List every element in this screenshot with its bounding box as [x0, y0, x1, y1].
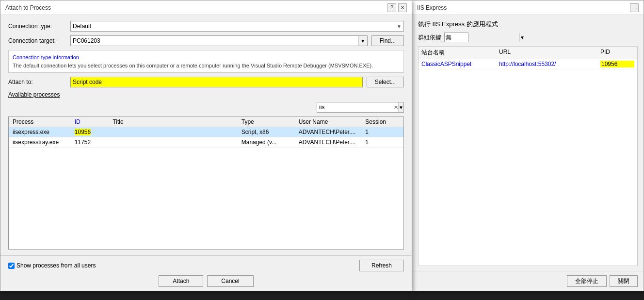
dialog-body: Connection type: Default ▼ Connection ta… [0, 15, 412, 255]
cell-session: 1 [363, 138, 402, 146]
connection-target-label: Connection target: [8, 37, 66, 44]
action-buttons-row: Attach Cancel [8, 275, 404, 287]
group-label: 群組依據 [418, 33, 441, 42]
iis-col-name: 站台名稱 [421, 49, 499, 57]
connection-type-value: Default [73, 23, 91, 30]
iis-titlebar: IIS Express — [412, 0, 644, 15]
table-row[interactable]: iisexpresstray.exe 11752 Managed (v... A… [9, 137, 403, 148]
table-header: Process ID Title Type User Name Session [9, 117, 403, 127]
filter-row: ✕ ▼ [8, 102, 404, 113]
iis-body: 執行 IIS Express 的應用程式 群組依據 ▼ 站台名稱 URL PID… [412, 15, 644, 271]
iis-panel: IIS Express — 執行 IIS Express 的應用程式 群組依據 … [412, 0, 644, 291]
connection-target-input[interactable] [71, 37, 358, 44]
show-processes-label: Show processes from all users [16, 262, 96, 269]
info-box: Connection type information The default … [8, 50, 404, 73]
right-section: IIS Express — 執行 IIS Express 的應用程式 群組依據 … [412, 0, 644, 291]
iis-title: IIS Express [417, 4, 447, 11]
iis-heading: 執行 IIS Express 的應用程式 [418, 20, 638, 29]
table-row[interactable]: iisexpress.exe 10956 Script, x86 ADVANTE… [9, 127, 403, 137]
show-processes-row: Show processes from all users Refresh [8, 260, 404, 271]
cell-user: ADVANTECH\Peter.... [297, 128, 364, 136]
close-button[interactable]: ✕ [398, 3, 407, 12]
dialog-title: Attach to Process [5, 4, 51, 11]
find-button[interactable]: Find... [371, 35, 404, 46]
iis-cell-url[interactable]: http://localhost:55302/ [499, 61, 600, 67]
col-username: User Name [297, 118, 364, 125]
show-processes-checkbox-label[interactable]: Show processes from all users [8, 262, 96, 269]
cell-title [111, 128, 239, 136]
help-button[interactable]: ? [387, 3, 396, 12]
iis-table-row[interactable]: ClassicASPSnippet http://localhost:55302… [419, 59, 637, 69]
table-body: iisexpress.exe 10956 Script, x86 ADVANTE… [9, 127, 403, 249]
refresh-button[interactable]: Refresh [359, 260, 404, 271]
dropdown-arrow-icon: ▼ [397, 24, 402, 29]
attach-to-row: Attach to: Script code Select... [8, 77, 404, 87]
cancel-button[interactable]: Cancel [207, 275, 253, 287]
available-processes-label: Available processes [8, 91, 404, 98]
titlebar-buttons: ? ✕ [387, 3, 407, 12]
cell-user: ADVANTECH\Peter.... [297, 138, 364, 146]
info-title: Connection type information [13, 53, 400, 62]
attach-to-value: Script code [70, 77, 363, 87]
iis-cell-name[interactable]: ClassicASPSnippet [421, 61, 499, 67]
show-processes-checkbox[interactable] [8, 263, 15, 269]
info-text: The default connection lets you select p… [13, 62, 400, 70]
connection-target-dropdown-btn[interactable]: ▼ [358, 36, 367, 46]
col-id: ID [73, 118, 111, 125]
iis-table-header: 站台名稱 URL PID [419, 47, 637, 59]
filter-input-wrapper: ✕ ▼ [317, 102, 404, 113]
filter-input[interactable] [317, 104, 394, 111]
iis-minimize-button[interactable]: — [630, 3, 639, 12]
connection-type-select[interactable]: Default ▼ [70, 21, 404, 32]
attach-to-process-dialog: Attach to Process ? ✕ Connection type: D… [0, 0, 412, 291]
attach-to-label: Attach to: [8, 79, 66, 85]
iis-cell-pid: 10956 [600, 61, 634, 67]
iis-col-url: URL [499, 49, 600, 57]
cell-type: Managed (v... [240, 138, 297, 146]
connection-type-label: Connection type: [8, 23, 66, 30]
cell-id: 10956 [73, 128, 111, 136]
filter-search-button[interactable]: ▼ [398, 102, 403, 112]
process-table: Process ID Title Type User Name Session … [8, 117, 404, 250]
iis-table: 站台名稱 URL PID ClassicASPSnippet http://lo… [418, 46, 638, 266]
filter-clear-button[interactable]: ✕ [394, 102, 398, 112]
cell-session: 1 [363, 128, 402, 136]
select-button[interactable]: Select... [367, 77, 404, 87]
cell-process: iisexpress.exe [11, 128, 73, 136]
col-session: Session [363, 118, 402, 125]
group-select-wrapper: ▼ [444, 33, 468, 42]
col-type: Type [240, 118, 297, 125]
group-select[interactable] [445, 34, 519, 41]
col-process: Process [11, 118, 73, 125]
connection-type-row: Connection type: Default ▼ [8, 21, 404, 32]
group-dropdown-btn[interactable]: ▼ [519, 33, 525, 42]
iis-close-button[interactable]: 關閉 [610, 275, 638, 287]
cell-process: iisexpresstray.exe [11, 138, 73, 146]
col-title: Title [111, 118, 239, 125]
attach-button[interactable]: Attach [159, 275, 203, 287]
iis-footer: 全部停止 關閉 [412, 271, 644, 291]
connection-target-input-wrapper: ▼ [70, 35, 368, 46]
iis-table-body: ClassicASPSnippet http://localhost:55302… [419, 59, 637, 69]
cell-id: 11752 [73, 138, 111, 146]
stop-all-button[interactable]: 全部停止 [567, 275, 607, 287]
dialog-footer: Show processes from all users Refresh At… [0, 255, 412, 291]
group-row: 群組依據 ▼ [418, 33, 638, 42]
dialog-titlebar: Attach to Process ? ✕ [0, 0, 412, 15]
iis-col-pid: PID [600, 49, 634, 57]
cell-title [111, 138, 239, 146]
connection-target-row: Connection target: ▼ Find... [8, 35, 404, 46]
cell-type: Script, x86 [240, 128, 297, 136]
